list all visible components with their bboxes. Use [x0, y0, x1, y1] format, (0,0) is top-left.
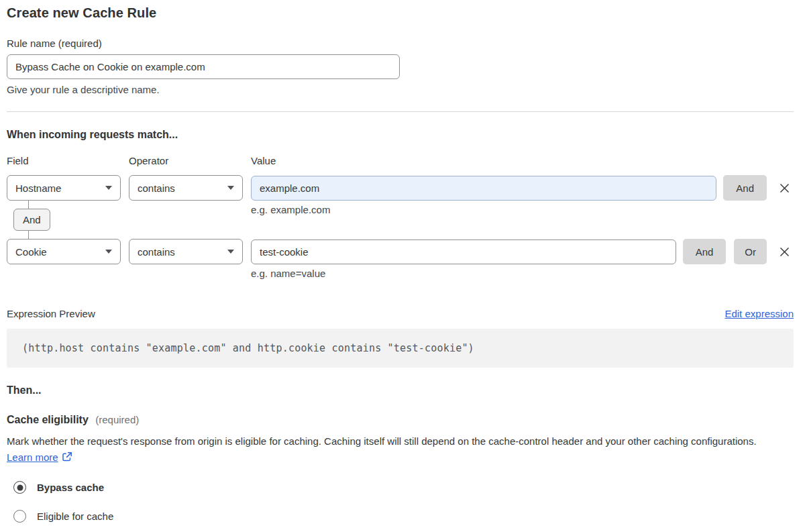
chevron-down-icon: [227, 250, 234, 254]
operator-column-label: Operator: [129, 155, 251, 166]
cache-eligibility-heading: Cache eligibility: [7, 414, 89, 425]
radio-option-label: Eligible for cache: [37, 511, 113, 522]
operator-select-value: contains: [138, 182, 175, 194]
expression-preview-label: Expression Preview: [7, 308, 95, 319]
field-select-value: Hostname: [15, 182, 61, 194]
radio-option-label: Bypass cache: [37, 482, 104, 493]
radio-option-bypass-cache[interactable]: Bypass cache: [13, 481, 794, 494]
add-and-condition-button[interactable]: And: [723, 175, 767, 201]
external-link-icon: [62, 451, 72, 462]
add-and-condition-button[interactable]: And: [683, 239, 727, 264]
match-rows: Hostname contains And e.g. example.com A…: [7, 175, 794, 280]
value-input[interactable]: [251, 176, 716, 201]
close-icon: [779, 246, 790, 258]
operator-select[interactable]: contains: [129, 175, 243, 201]
then-heading: Then...: [7, 384, 794, 396]
close-icon: [779, 182, 790, 194]
match-heading: When incoming requests match...: [7, 129, 794, 141]
edit-expression-link[interactable]: Edit expression: [724, 308, 794, 319]
rule-name-label: Rule name (required): [7, 38, 794, 49]
add-or-condition-button[interactable]: Or: [734, 239, 767, 264]
expression-code: (http.host contains "example.com" and ht…: [22, 342, 474, 354]
match-row-2: Cookie contains And Or: [7, 239, 794, 264]
learn-more-link[interactable]: Learn more: [7, 451, 58, 463]
cache-eligibility-heading-row: Cache eligibility (required): [7, 414, 794, 426]
rule-name-group: Rule name (required) Give your rule a de…: [7, 38, 794, 95]
radio-option-eligible-for-cache[interactable]: Eligible for cache: [13, 510, 794, 523]
field-column-label: Field: [7, 155, 129, 166]
value-input[interactable]: [251, 240, 676, 264]
and-connector-button[interactable]: And: [13, 209, 50, 231]
cache-eligibility-description: Mark whether the request's response from…: [7, 433, 782, 466]
chevron-down-icon: [105, 250, 112, 254]
operator-select-value: contains: [138, 246, 175, 258]
description-text: Mark whether the request's response from…: [7, 435, 757, 447]
rule-name-input[interactable]: [7, 54, 400, 79]
field-select-value: Cookie: [15, 246, 47, 258]
match-row-1: Hostname contains And: [7, 175, 794, 201]
chevron-down-icon: [227, 186, 234, 190]
value-hint: e.g. example.com: [251, 204, 794, 216]
value-hint: e.g. name=value: [251, 268, 794, 280]
rule-name-help: Give your rule a descriptive name.: [7, 84, 794, 95]
create-cache-rule-page: Create new Cache Rule Rule name (require…: [0, 0, 805, 523]
chevron-down-icon: [105, 186, 112, 190]
operator-select[interactable]: contains: [129, 239, 243, 264]
field-select[interactable]: Hostname: [7, 175, 121, 201]
required-note: (required): [95, 414, 139, 425]
expression-preview-header: Expression Preview Edit expression: [7, 308, 794, 319]
column-labels: Field Operator Value: [7, 155, 794, 166]
section-divider: [7, 111, 794, 112]
remove-condition-button[interactable]: [775, 239, 794, 264]
remove-condition-button[interactable]: [775, 175, 794, 201]
value-column-label: Value: [251, 155, 276, 166]
field-select[interactable]: Cookie: [7, 239, 121, 264]
page-title: Create new Cache Rule: [7, 5, 794, 21]
radio-button-icon[interactable]: [13, 510, 26, 523]
radio-button-icon[interactable]: [13, 481, 26, 494]
expression-code-block: (http.host contains "example.com" and ht…: [7, 329, 794, 368]
